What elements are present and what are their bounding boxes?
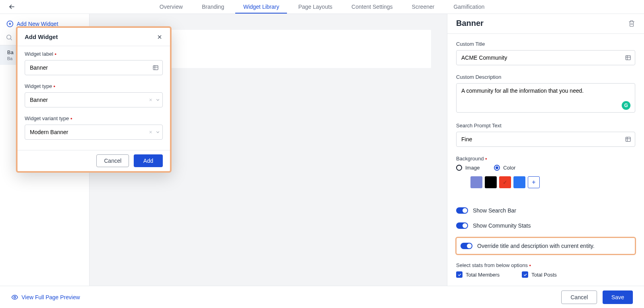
background-image-label: Image <box>465 165 480 171</box>
color-swatch-2[interactable] <box>470 176 482 188</box>
select-stats-label: Select stats from below options <box>456 262 635 268</box>
custom-title-label: Custom Title <box>456 41 635 47</box>
background-image-radio[interactable]: Image <box>456 165 480 171</box>
widget-variant-label: Widget variant type <box>25 115 163 121</box>
total-posts-checkbox[interactable] <box>522 271 528 278</box>
delete-button[interactable] <box>628 19 635 27</box>
total-members-checkbox[interactable] <box>456 271 463 278</box>
color-swatch-4[interactable]: ✓ <box>499 176 511 188</box>
chevron-down-icon <box>155 97 160 103</box>
custom-title-input[interactable] <box>456 50 635 65</box>
show-search-label: Show Search Bar <box>473 207 516 214</box>
tab-widget-library[interactable]: Widget Library <box>243 0 279 14</box>
plus-circle-icon <box>6 20 14 27</box>
tab-page-layouts[interactable]: Page Layouts <box>298 0 332 14</box>
close-icon <box>148 98 153 102</box>
view-full-preview-button[interactable]: View Full Page Preview <box>11 294 80 301</box>
tab-gamification[interactable]: Gamification <box>453 0 484 14</box>
check-icon <box>457 273 462 277</box>
svg-point-1 <box>7 35 11 39</box>
panel-title: Banner <box>456 19 484 28</box>
show-stats-toggle[interactable] <box>456 222 468 229</box>
background-color-radio[interactable]: Color <box>494 165 515 171</box>
total-posts-label: Total Posts <box>531 272 557 278</box>
background-label: Background <box>456 156 635 162</box>
close-icon <box>156 34 163 40</box>
svg-rect-5 <box>153 66 158 70</box>
tab-screener[interactable]: Screener <box>412 0 435 14</box>
modal-title: Add Widget <box>25 33 58 40</box>
arrow-left-icon <box>8 3 16 11</box>
show-stats-label: Show Community Stats <box>473 222 531 229</box>
tab-branding[interactable]: Branding <box>202 0 224 14</box>
search-prompt-input[interactable] <box>456 132 635 147</box>
chevron-down-icon <box>155 130 160 135</box>
custom-description-label: Custom Description <box>456 74 635 80</box>
color-swatch-5[interactable] <box>513 176 525 188</box>
check-icon <box>523 273 527 277</box>
svg-point-4 <box>14 296 16 298</box>
view-full-preview-label: View Full Page Preview <box>21 294 80 300</box>
footer-cancel-button[interactable]: Cancel <box>561 290 597 304</box>
add-widget-modal: Add Widget Widget label Widget type <box>16 26 172 173</box>
tab-overview[interactable]: Overview <box>160 0 183 14</box>
localize-icon[interactable] <box>625 136 631 142</box>
back-button[interactable] <box>8 3 16 11</box>
custom-description-input[interactable]: A community for all the information that… <box>456 83 635 113</box>
tab-content-settings[interactable]: Content Settings <box>351 0 393 14</box>
open-select-button[interactable] <box>155 130 160 135</box>
background-color-label: Color <box>503 165 515 171</box>
svg-rect-3 <box>626 137 630 142</box>
widget-label-label: Widget label <box>25 51 163 57</box>
add-color-button[interactable]: + <box>528 176 540 188</box>
footer-save-button[interactable]: Save <box>603 290 633 304</box>
total-members-label: Total Members <box>466 272 500 278</box>
check-icon: ✓ <box>499 176 511 188</box>
trash-icon <box>628 19 635 27</box>
modal-cancel-button[interactable]: Cancel <box>96 154 129 167</box>
grammarly-icon[interactable]: G <box>622 101 630 110</box>
localize-icon[interactable] <box>625 55 631 61</box>
widget-variant-select[interactable] <box>25 125 163 140</box>
color-swatch-3[interactable] <box>485 176 497 188</box>
show-search-toggle[interactable] <box>456 207 468 214</box>
close-icon <box>148 130 153 135</box>
radio-unchecked-icon <box>456 165 462 171</box>
widget-label-input[interactable] <box>25 60 163 75</box>
color-swatch-1[interactable] <box>456 176 468 188</box>
widget-type-select[interactable] <box>25 92 163 107</box>
widget-type-label: Widget type <box>25 83 163 89</box>
search-prompt-label: Search Prompt Text <box>456 123 635 129</box>
override-label: Override title and description with curr… <box>477 243 595 249</box>
localize-icon[interactable] <box>152 64 159 71</box>
clear-select-button[interactable] <box>148 98 153 102</box>
clear-select-button[interactable] <box>148 130 153 135</box>
svg-rect-2 <box>626 56 630 60</box>
eye-icon <box>11 294 18 301</box>
close-button[interactable] <box>156 34 163 40</box>
override-highlight: Override title and description with curr… <box>455 237 636 255</box>
radio-checked-icon <box>494 165 500 171</box>
open-select-button[interactable] <box>155 97 160 103</box>
override-toggle[interactable] <box>461 243 472 249</box>
search-icon <box>6 34 13 41</box>
modal-add-button[interactable]: Add <box>134 154 163 167</box>
